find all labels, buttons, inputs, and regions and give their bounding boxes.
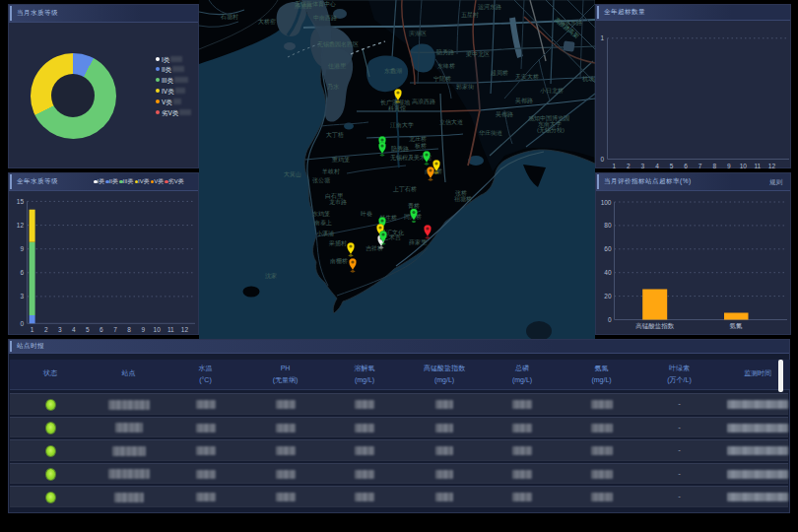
- svg-text:2: 2: [44, 326, 48, 333]
- svg-text:大箕山: 大箕山: [284, 170, 301, 177]
- svg-text:华庄街道: 华庄街道: [479, 129, 502, 137]
- svg-text:采捕村: 采捕村: [328, 239, 347, 247]
- svg-text:羊岐村: 羊岐村: [321, 168, 340, 175]
- svg-text:(无锡分校): (无锡分校): [537, 126, 565, 134]
- svg-text:乃水: 乃水: [327, 83, 339, 91]
- svg-text:立信大道: 立信大道: [439, 118, 463, 126]
- svg-text:机场路: 机场路: [582, 76, 595, 83]
- svg-text:高浪西路: 高浪西路: [412, 98, 435, 105]
- svg-text:10: 10: [154, 326, 162, 333]
- svg-text:郭家街: 郭家街: [455, 83, 475, 91]
- svg-text:长广溪湿地: 长广溪湿地: [380, 99, 411, 105]
- svg-text:石塘村: 石塘村: [220, 13, 238, 21]
- svg-text:12: 12: [768, 163, 776, 169]
- svg-text:沈家: 沈家: [265, 272, 277, 280]
- svg-text:11: 11: [167, 326, 174, 333]
- svg-text:8: 8: [712, 163, 716, 169]
- svg-text:0: 0: [600, 156, 604, 163]
- svg-text:0: 0: [608, 316, 612, 323]
- svg-text:大桥窑: 大桥窑: [258, 18, 276, 25]
- svg-text:佳港里: 佳港里: [328, 63, 347, 70]
- svg-text:青桥: 青桥: [408, 203, 420, 209]
- svg-text:吉祥桥: 吉祥桥: [366, 245, 383, 252]
- svg-text:隐秀路: 隐秀路: [391, 145, 409, 153]
- svg-text:40: 40: [604, 269, 612, 276]
- svg-text:3: 3: [58, 326, 62, 333]
- svg-text:宁陆桥: 宁陆桥: [433, 75, 451, 82]
- svg-text:无锡蠡园名胜区: 无锡蠡园名胜区: [317, 40, 359, 48]
- svg-text:高锰酸盐指数: 高锰酸盐指数: [635, 322, 675, 330]
- svg-text:南泰上: 南泰上: [314, 220, 332, 227]
- svg-text:4: 4: [72, 326, 76, 333]
- svg-text:1: 1: [600, 34, 604, 41]
- svg-text:100: 100: [601, 199, 612, 206]
- svg-text:东绛桥: 东绛桥: [437, 62, 455, 69]
- svg-text:12: 12: [181, 326, 189, 333]
- svg-text:东鸡笼: 东鸡笼: [312, 210, 330, 218]
- svg-text:氨氮: 氨氮: [730, 322, 744, 329]
- svg-text:薛家里: 薛家里: [409, 238, 428, 245]
- svg-text:吴都路: 吴都路: [496, 111, 513, 118]
- svg-text:板桥: 板桥: [414, 143, 427, 149]
- svg-text:1: 1: [612, 163, 616, 169]
- svg-text:7: 7: [698, 163, 702, 169]
- svg-text:超周桥: 超周桥: [491, 70, 508, 77]
- svg-text:南栅桥: 南栅桥: [330, 257, 348, 264]
- svg-text:吴都路: 吴都路: [515, 98, 533, 104]
- svg-text:小溪浦: 小溪浦: [316, 230, 334, 236]
- svg-text:祖塘桥: 祖塘桥: [454, 195, 472, 203]
- svg-text:80: 80: [604, 222, 612, 229]
- svg-text:梁中北区: 梁中北区: [466, 50, 490, 58]
- svg-text:3: 3: [641, 163, 645, 169]
- svg-text:60: 60: [604, 245, 612, 252]
- svg-text:12: 12: [17, 222, 25, 229]
- svg-text:上丁石桥: 上丁石桥: [392, 185, 417, 193]
- svg-text:5: 5: [670, 163, 674, 169]
- svg-text:高浪东路: 高浪东路: [559, 19, 582, 27]
- svg-text:江南大学: 江南大学: [390, 121, 414, 128]
- svg-text:0: 0: [20, 320, 24, 327]
- svg-text:滨湖区: 滨湖区: [409, 30, 427, 36]
- svg-text:9: 9: [141, 326, 145, 333]
- svg-text:叶巷: 叶巷: [361, 211, 372, 217]
- svg-text:无锡新体育中心: 无锡新体育中心: [295, 0, 336, 8]
- svg-text:龙市路: 龙市路: [329, 198, 347, 206]
- svg-text:6: 6: [100, 326, 103, 333]
- svg-text:1: 1: [31, 326, 34, 333]
- svg-text:运河东路: 运河东路: [478, 3, 501, 11]
- svg-text:9: 9: [20, 245, 24, 252]
- svg-text:5: 5: [86, 326, 90, 333]
- svg-text:科普馆: 科普馆: [388, 104, 406, 112]
- svg-text:东南大学: 东南大学: [538, 120, 562, 127]
- svg-text:15: 15: [17, 198, 25, 205]
- svg-text:重鸡笼: 重鸡笼: [331, 156, 350, 164]
- svg-text:五星村: 五星村: [461, 12, 479, 19]
- svg-text:中南西路: 中南西路: [313, 15, 337, 22]
- svg-text:隐秀路: 隐秀路: [436, 48, 454, 56]
- svg-text:20: 20: [604, 293, 612, 299]
- svg-text:4: 4: [655, 163, 659, 169]
- svg-text:张公塘: 张公塘: [312, 176, 330, 184]
- svg-text:6: 6: [20, 269, 24, 276]
- svg-text:小日北桥: 小日北桥: [540, 87, 564, 95]
- svg-text:8: 8: [127, 326, 131, 333]
- svg-text:东蠡湖: 东蠡湖: [384, 67, 402, 74]
- svg-text:10: 10: [740, 163, 748, 169]
- svg-text:天安大桥: 天安大桥: [515, 73, 539, 80]
- svg-text:6: 6: [684, 163, 688, 169]
- svg-text:2: 2: [627, 163, 631, 169]
- svg-text:9: 9: [727, 163, 731, 169]
- svg-text:11: 11: [754, 163, 761, 169]
- svg-text:7: 7: [113, 326, 117, 333]
- svg-text:北庄桥: 北庄桥: [409, 135, 427, 143]
- svg-text:3: 3: [20, 293, 24, 299]
- svg-text:大丁梧: 大丁梧: [326, 131, 344, 139]
